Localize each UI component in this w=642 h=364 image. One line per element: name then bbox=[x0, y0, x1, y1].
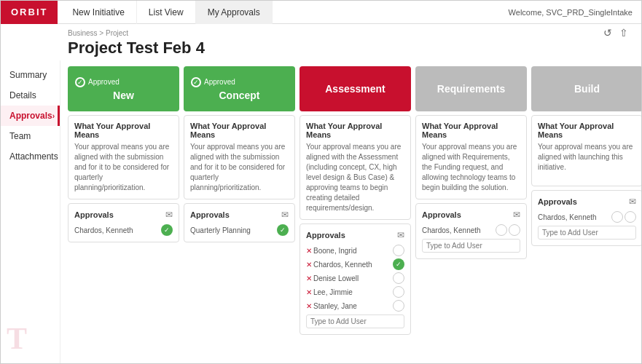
welcome-text: Welcome, SVC_PRD_SingleIntake bbox=[509, 8, 641, 17]
status-circle-new-0: ✓ bbox=[161, 224, 173, 236]
stage-build-approval-means: What Your Approval Means Your approval m… bbox=[531, 115, 641, 186]
sidebar-item-details[interactable]: Details bbox=[1, 85, 60, 106]
stage-new-status: Approved bbox=[88, 78, 120, 86]
content-area: ✓ Approved New What Your Approval Means … bbox=[60, 60, 641, 363]
stage-build: Build What Your Approval Means Your appr… bbox=[531, 66, 641, 335]
stage-concept-means-title: What Your Approval Means bbox=[190, 122, 289, 139]
status-circle-requirements-0b bbox=[509, 224, 520, 236]
mail-icon-requirements: ✉ bbox=[513, 210, 520, 220]
stage-concept-name: Concept bbox=[191, 90, 288, 101]
stage-assessment-means-title: What Your Approval Means bbox=[306, 122, 404, 139]
add-user-assessment[interactable] bbox=[306, 314, 404, 328]
mail-icon-build: ✉ bbox=[629, 197, 636, 207]
status-circle-build-0a bbox=[611, 211, 623, 223]
stage-concept-approval-means: What Your Approval Means Your approval m… bbox=[184, 115, 295, 199]
stage-concept-status: Approved bbox=[204, 78, 235, 86]
stage-assessment-name: Assessment bbox=[325, 83, 385, 95]
approver-assessment-0: Boone, Ingrid bbox=[313, 247, 357, 255]
status-circle-assessment-4 bbox=[393, 300, 404, 312]
stage-requirements: Requirements What Your Approval Means Yo… bbox=[415, 66, 527, 335]
approver-assessment-1: Chardos, Kenneth bbox=[313, 261, 372, 269]
status-circle-concept-0: ✓ bbox=[277, 224, 289, 236]
stage-concept-header: ✓ Approved Concept bbox=[184, 66, 295, 111]
stage-concept-approvals: Approvals ✉ Quarterly Planning ✓ bbox=[184, 203, 295, 242]
stage-new-approvals-label: Approvals bbox=[74, 210, 114, 219]
stage-requirements-name: Requirements bbox=[437, 83, 505, 95]
tmobile-watermark: T bbox=[7, 321, 27, 356]
stage-build-header: Build bbox=[531, 66, 641, 111]
status-circle-assessment-0 bbox=[393, 245, 404, 256]
add-user-build[interactable] bbox=[538, 226, 636, 240]
page-title: Project Test Feb 4 bbox=[68, 39, 633, 58]
add-user-requirements[interactable] bbox=[422, 239, 520, 253]
status-circle-assessment-3 bbox=[393, 286, 404, 298]
stage-assessment-header: Assessment bbox=[300, 66, 411, 111]
approver-assessment-3: Lee, Jimmie bbox=[313, 288, 353, 296]
stage-requirements-approvals-label: Approvals bbox=[422, 210, 461, 219]
status-circle-assessment-2 bbox=[393, 272, 404, 284]
stage-new-approvals: Approvals ✉ Chardos, Kenneth ✓ bbox=[68, 203, 179, 242]
mail-icon-concept: ✉ bbox=[281, 210, 289, 220]
stage-concept: ✓ Approved Concept What Your Approval Me… bbox=[184, 66, 295, 335]
nav-tab-my-approvals[interactable]: My Approvals bbox=[196, 1, 273, 24]
stage-assessment-approval-means: What Your Approval Means Your approval m… bbox=[300, 115, 411, 220]
stage-new-approval-means: What Your Approval Means Your approval m… bbox=[68, 115, 179, 199]
stage-concept-means-text: Your approval means you are aligned with… bbox=[190, 142, 289, 193]
stage-build-means-text: Your approval means you are aligned with… bbox=[538, 142, 636, 173]
stage-concept-approvals-label: Approvals bbox=[190, 210, 230, 219]
stage-new-header: ✓ Approved New bbox=[68, 66, 179, 111]
share-button[interactable]: ⇧ bbox=[619, 27, 628, 39]
stage-build-approvals-label: Approvals bbox=[538, 197, 577, 206]
approver-build-0: Chardos, Kenneth bbox=[538, 213, 597, 221]
stages-row: ✓ Approved New What Your Approval Means … bbox=[68, 66, 641, 335]
stage-new-means-title: What Your Approval Means bbox=[74, 122, 173, 139]
stage-assessment-approvals-label: Approvals bbox=[306, 231, 345, 240]
breadcrumb: Business > Project bbox=[68, 29, 128, 37]
stage-build-approvals: Approvals ✉ Chardos, Kenneth bbox=[531, 190, 641, 246]
stage-assessment-approvals: Approvals ✉ ✕Boone, Ingrid ✕Chardos, Ken… bbox=[300, 223, 411, 335]
sidebar-item-team[interactable]: Team bbox=[1, 126, 60, 146]
approver-new-0: Chardos, Kenneth bbox=[74, 226, 133, 234]
mail-icon-assessment: ✉ bbox=[397, 230, 404, 240]
stage-assessment-means-text: Your approval means you are aligned with… bbox=[306, 142, 404, 213]
refresh-button[interactable]: ↺ bbox=[603, 27, 612, 39]
stage-requirements-means-text: Your approval means you are aligned with… bbox=[422, 142, 520, 193]
sidebar-item-approvals[interactable]: Approvals › bbox=[1, 106, 60, 126]
approver-concept-0: Quarterly Planning bbox=[190, 226, 251, 234]
stage-requirements-means-title: What Your Approval Means bbox=[422, 122, 520, 139]
stage-build-means-title: What Your Approval Means bbox=[538, 122, 636, 139]
approver-assessment-4: Stanley, Jane bbox=[313, 302, 357, 310]
stage-new-means-text: Your approval means you are aligned with… bbox=[74, 142, 173, 193]
stage-new-name: New bbox=[75, 90, 172, 101]
stage-requirements-approval-means: What Your Approval Means Your approval m… bbox=[415, 115, 527, 199]
mail-icon-new: ✉ bbox=[165, 210, 173, 220]
sidebar-item-summary[interactable]: Summary bbox=[1, 65, 60, 85]
stage-requirements-header: Requirements bbox=[415, 66, 527, 111]
status-circle-assessment-1: ✓ bbox=[393, 258, 404, 270]
status-circle-build-0b bbox=[625, 211, 636, 223]
stage-requirements-approvals: Approvals ✉ Chardos, Kenneth bbox=[415, 203, 527, 259]
logo: ORBIT bbox=[1, 1, 58, 24]
sidebar: Summary Details Approvals › Team Attachm… bbox=[1, 60, 60, 363]
sidebar-item-attachments[interactable]: Attachments bbox=[1, 146, 60, 167]
stage-assessment: Assessment What Your Approval Means Your… bbox=[300, 66, 411, 335]
nav-tab-list-view[interactable]: List View bbox=[137, 1, 196, 24]
approver-assessment-2: Denise Lowell bbox=[313, 274, 359, 282]
stage-new: ✓ Approved New What Your Approval Means … bbox=[68, 66, 179, 335]
status-circle-requirements-0a bbox=[496, 224, 507, 236]
approver-requirements-0: Chardos, Kenneth bbox=[422, 226, 481, 234]
stage-build-name: Build bbox=[574, 83, 600, 95]
nav-tab-new-initiative[interactable]: New Initiative bbox=[60, 1, 136, 24]
